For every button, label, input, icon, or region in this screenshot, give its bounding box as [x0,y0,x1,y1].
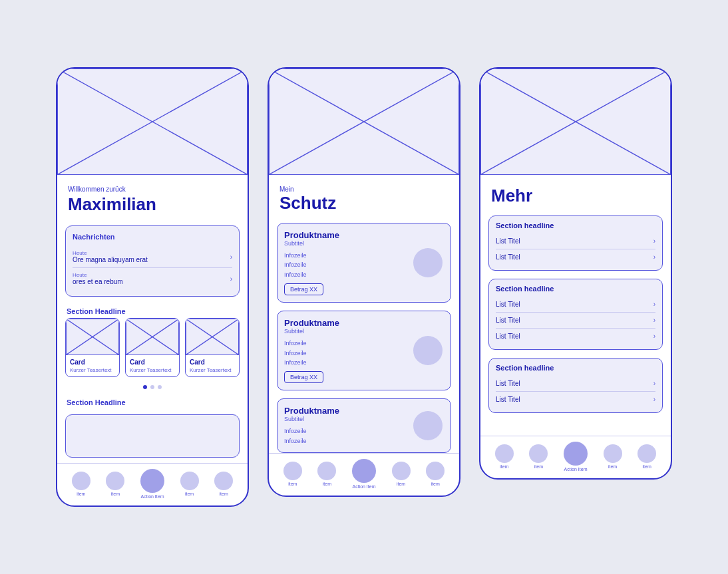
nav3-label-1: item [500,464,508,469]
card-title-2: Card [130,359,175,366]
screens-container: Willkommen zurück Maximilian Nachrichten… [36,41,692,533]
info-3a: Infozeile [284,426,407,436]
mehr-title: Mehr [491,186,660,206]
produkt-name-3: Produktname [284,406,407,416]
nav2-action-icon [352,459,376,483]
cards-row: Card Kurzer Teasertext Card Kurzer Tease… [57,318,248,382]
list-row-3b[interactable]: List Titel › [496,392,655,407]
card-image-2 [126,319,179,355]
section-headline-1: Section Headline [57,302,248,318]
nav2-icon-1 [283,462,302,480]
produkt-left-1: Produktname Subtitel Infozeile Infozeile… [284,230,407,295]
nav2-item-3[interactable]: item [392,462,411,486]
betrag-btn-2[interactable]: Betrag XX [284,371,323,383]
nav-label-3: item [185,492,194,496]
message-text-2: ores et ea rebum [73,278,123,285]
list-row-1a[interactable]: List Titel › [496,233,655,249]
list-section-title-3: Section headline [496,364,655,372]
produkt-left-2: Produktname Subtitel Infozeile Infozeile… [284,318,407,383]
produkt-card-1[interactable]: Produktname Subtitel Infozeile Infozeile… [277,223,451,303]
nav3-action-item[interactable]: Action Item [564,442,588,472]
produkt-card-2[interactable]: Produktname Subtitel Infozeile Infozeile… [277,311,451,390]
nav2-item-2[interactable]: item [317,462,336,486]
list-section-2: Section headline List Titel › List Titel… [488,279,663,350]
nav3-icon-3 [604,444,622,463]
list-chevron-1b: › [653,253,655,261]
bottom-nav-2: item item Action Item item item [269,453,459,496]
screen2-header: Mein Schutz [269,175,459,219]
nav2-label-1: item [288,482,297,486]
nav3-item-4[interactable]: item [637,444,656,469]
message-row-2[interactable]: Heute ores et ea rebum › [73,268,232,289]
list-row-text-2a: List Titel [496,301,520,308]
produkt-circle-3 [413,411,443,440]
list-chevron-2c: › [653,333,655,340]
produkt-sub-1: Subtitel [284,240,407,247]
nav2-icon-4 [426,462,445,480]
phone-screen-2: Mein Schutz Produktname Subtitel Infozei… [268,67,460,497]
betrag-btn-1[interactable]: Betrag XX [284,283,323,295]
list-row-text-2c: List Titel [496,333,520,340]
info-2b: Infozeile [284,349,407,358]
nav-action-icon-1 [140,469,164,493]
list-section-1: Section headline List Titel › List Titel… [488,215,663,271]
produkt-circle-1 [413,248,443,277]
bottom-nav-3: item item Action Item item item [480,436,671,478]
nav3-item-3[interactable]: item [604,444,622,469]
screen1-header: Willkommen zurück Maximilian [57,175,248,220]
phone-screen-1: Willkommen zurück Maximilian Nachrichten… [56,67,249,507]
info-2a: Infozeile [284,339,407,348]
dot-1 [143,385,147,389]
list-row-2a[interactable]: List Titel › [496,297,655,313]
nav2-action-item[interactable]: Action Item [352,459,376,489]
nav-icon-4 [214,472,233,490]
list-row-1b[interactable]: List Titel › [496,249,655,265]
nav2-action-label: Action Item [352,484,375,489]
card-3[interactable]: Card Kurzer Teasertext [185,318,240,377]
info-3b: Infozeile [284,436,407,446]
hero-image-2 [269,69,459,175]
section2-box [65,414,240,458]
produkt-card-3[interactable]: Produktname Subtitel Infozeile Infozeile [277,398,451,453]
chevron-icon-1: › [230,253,232,261]
nav2-item-1[interactable]: item [283,462,302,486]
info-2c: Infozeile [284,358,407,367]
dot-3 [158,385,162,389]
produkt-left-3: Produktname Subtitel Infozeile Infozeile [284,406,407,446]
nav2-icon-2 [317,462,336,480]
nav-item-2[interactable]: item [106,472,124,496]
info-1a: Infozeile [284,251,407,260]
list-row-text-2b: List Titel [496,317,520,324]
nav3-item-1[interactable]: item [495,444,514,469]
nav2-item-4[interactable]: item [426,462,445,486]
nav-item-4[interactable]: item [214,472,233,496]
list-row-3a[interactable]: List Titel › [496,376,655,392]
nav-icon-2 [106,472,124,490]
produkt-sub-3: Subtitel [284,416,407,422]
card-1[interactable]: Card Kurzer Teasertext [65,318,120,377]
nachrichten-section: Nachrichten Heute Ore magna aliquyam era… [65,225,240,297]
produkt-name-2: Produktname [284,318,407,328]
nav-action-item-1[interactable]: Action Item [140,469,164,499]
list-section-3: Section headline List Titel › List Titel… [488,358,663,413]
list-row-2c[interactable]: List Titel › [496,329,655,344]
card-2[interactable]: Card Kurzer Teasertext [125,318,180,377]
info-1c: Infozeile [284,270,407,279]
produkt-name-1: Produktname [284,230,407,240]
message-label-1: Heute [73,250,148,256]
card-sub-3: Kurzer Teasertext [190,367,235,373]
message-row-1[interactable]: Heute Ore magna aliquyam erat › [73,246,232,268]
mein-label: Mein [279,186,449,193]
nav3-item-2[interactable]: item [529,444,548,469]
list-chevron-3b: › [653,396,655,403]
produkt-sub-2: Subtitel [284,328,407,335]
carousel-dots [57,382,248,393]
nav-item-3[interactable]: item [180,472,199,496]
card-title-3: Card [190,359,235,366]
nav3-action-icon [564,442,588,466]
welcome-label: Willkommen zurück [68,186,237,193]
list-row-2b[interactable]: List Titel › [496,313,655,329]
card-image-1 [66,319,119,355]
phone-screen-3: Mehr Section headline List Titel › List … [479,67,672,480]
nav-item-1[interactable]: item [72,472,91,496]
